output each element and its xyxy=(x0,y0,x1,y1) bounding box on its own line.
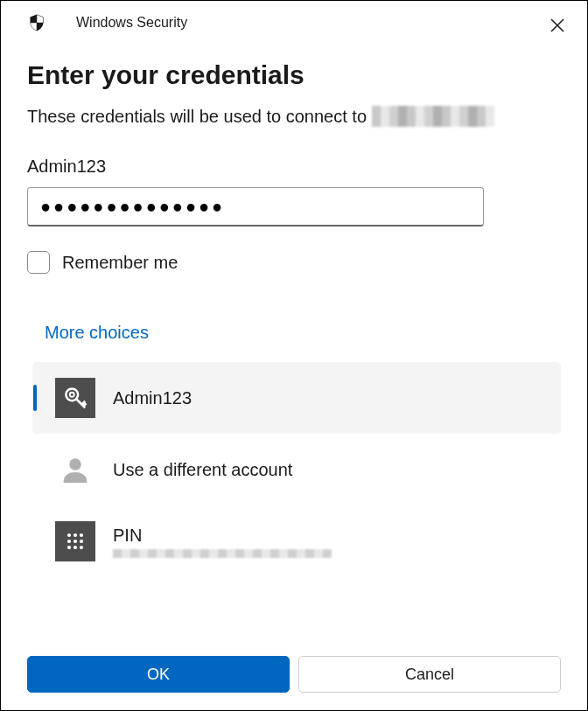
choice-label: PIN xyxy=(113,526,332,546)
redacted-pin-subtitle xyxy=(113,549,332,558)
key-icon xyxy=(55,378,95,418)
svg-point-11 xyxy=(80,546,83,549)
choice-item-different-account[interactable]: Use a different account xyxy=(32,434,561,505)
close-icon xyxy=(550,18,564,32)
choice-label: Use a different account xyxy=(113,460,292,480)
dialog-content: Enter your credentials These credentials… xyxy=(1,45,587,577)
svg-point-3 xyxy=(67,533,71,537)
choice-item-pin[interactable]: PIN xyxy=(32,505,561,577)
shield-icon xyxy=(27,13,46,32)
svg-point-0 xyxy=(66,388,78,401)
choice-item-saved-credential[interactable]: Admin123 xyxy=(32,362,561,434)
ok-button[interactable]: OK xyxy=(27,656,290,693)
choice-list: Admin123 Use a different account xyxy=(32,362,561,577)
pin-pad-icon xyxy=(55,521,95,561)
description-text: These credentials will be used to connec… xyxy=(27,106,561,127)
remember-label: Remember me xyxy=(62,253,178,273)
svg-point-4 xyxy=(74,533,77,537)
remember-row: Remember me xyxy=(27,251,561,274)
dialog-footer: OK Cancel xyxy=(27,656,561,693)
page-title: Enter your credentials xyxy=(27,60,561,90)
svg-point-1 xyxy=(70,393,74,397)
svg-point-7 xyxy=(74,540,77,543)
svg-point-10 xyxy=(74,546,77,549)
username-label: Admin123 xyxy=(27,157,561,177)
titlebar: Windows Security xyxy=(1,1,587,45)
remember-checkbox[interactable] xyxy=(27,251,50,274)
svg-point-6 xyxy=(67,540,71,543)
password-field[interactable] xyxy=(27,187,484,227)
user-icon xyxy=(55,450,95,490)
svg-point-2 xyxy=(69,458,81,471)
close-button[interactable] xyxy=(545,13,570,38)
redacted-hostname xyxy=(372,106,494,127)
window-title: Windows Security xyxy=(76,15,187,31)
svg-point-8 xyxy=(80,540,83,543)
svg-point-9 xyxy=(67,546,71,549)
choice-label-group: PIN xyxy=(113,526,332,558)
choice-label: Admin123 xyxy=(113,388,192,408)
svg-point-5 xyxy=(80,533,83,537)
more-choices-link[interactable]: More choices xyxy=(45,323,149,343)
cancel-button[interactable]: Cancel xyxy=(298,656,561,693)
description-prefix: These credentials will be used to connec… xyxy=(27,107,367,127)
